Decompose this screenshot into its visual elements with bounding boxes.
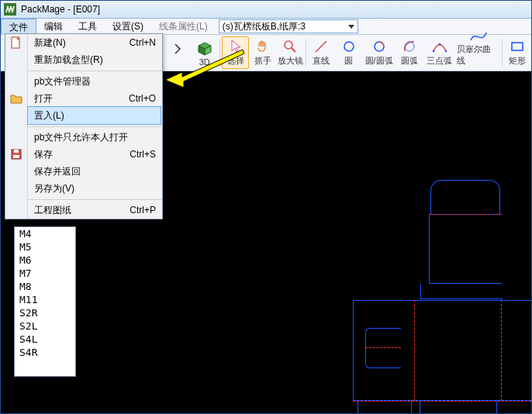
list-item[interactable]: M4 — [15, 227, 75, 240]
menu-pb-self-only[interactable]: pb文件只允许本人打开 — [28, 129, 162, 146]
bezier-icon — [469, 29, 488, 43]
svg-marker-18 — [165, 50, 244, 88]
menu-edit[interactable]: 编辑 — [36, 19, 71, 34]
dieline-crease — [429, 214, 502, 284]
tool-circle-arc[interactable]: 圆/圆弧 — [362, 36, 396, 69]
list-item[interactable]: M8 — [15, 280, 75, 293]
svg-point-12 — [444, 50, 447, 53]
menu-drawings[interactable]: 工程图纸 Ctrl+P — [28, 202, 162, 219]
dieline-part — [430, 180, 500, 214]
app-title: PackMage - [E007] — [21, 4, 100, 15]
tool-line[interactable]: 直线 — [308, 36, 335, 69]
list-item[interactable]: M7 — [15, 267, 75, 280]
list-item[interactable]: S4L — [15, 333, 75, 346]
dieline-crease — [365, 347, 401, 348]
dieline-part — [502, 300, 531, 401]
tool-rect[interactable]: 矩形 — [504, 36, 531, 69]
menu-save-return[interactable]: 保存并返回 — [28, 163, 162, 180]
tool-circle[interactable]: 圆 — [335, 36, 362, 69]
menu-save-as[interactable]: 另存为(V) — [28, 180, 162, 197]
menu-save[interactable]: 保存 Ctrl+S — [28, 146, 162, 163]
menu-new[interactable]: 新建(N) Ctrl+N — [28, 34, 162, 51]
menu-pb-manager[interactable]: pb文件管理器 — [28, 73, 162, 90]
svg-line-5 — [292, 48, 295, 52]
list-item[interactable]: M6 — [15, 254, 75, 267]
svg-rect-16 — [14, 150, 19, 153]
dieline-part — [420, 284, 503, 299]
save-icon — [5, 146, 27, 163]
svg-point-9 — [405, 42, 414, 51]
menu-reload-box[interactable]: 重新加载盒型(R) — [28, 51, 162, 68]
list-item[interactable]: S2L — [15, 319, 75, 333]
tool-arc[interactable]: 圆弧 — [396, 36, 423, 69]
list-item[interactable]: M11 — [15, 293, 75, 306]
svg-point-7 — [344, 42, 354, 51]
material-select[interactable]: (s)瓦楞纸板B,纸厚:3 — [219, 19, 358, 33]
menu-gutter — [5, 34, 28, 219]
svg-point-11 — [438, 43, 440, 46]
menu-line-props[interactable]: 线条属性(L) — [151, 19, 216, 34]
app-icon — [4, 3, 16, 16]
material-value: (s)瓦楞纸板B,纸厚:3 — [223, 20, 306, 33]
new-file-icon — [5, 34, 27, 51]
chevron-down-icon — [348, 25, 354, 29]
svg-rect-13 — [512, 43, 523, 50]
dieline-crease — [415, 300, 502, 401]
tool-hand[interactable]: 抓手 — [249, 36, 276, 69]
hand-icon — [256, 38, 270, 55]
tool-bezier[interactable]: 贝塞尔曲线 — [456, 36, 500, 69]
svg-point-10 — [432, 50, 434, 53]
app-window: PackMage - [E007] 文件 编辑 工具 设置(S) 线条属性(L)… — [0, 0, 532, 414]
menu-open[interactable]: 打开 Ctrl+O — [28, 90, 162, 107]
tool-three-pt-arc[interactable]: 三点弧 — [423, 36, 456, 69]
list-item[interactable]: M5 — [15, 240, 75, 254]
arc-icon — [402, 38, 416, 55]
annotation-arrow-icon — [165, 33, 250, 103]
svg-rect-17 — [13, 155, 19, 158]
magnifier-icon — [283, 38, 297, 55]
line-icon — [314, 38, 328, 55]
circle-arc-icon — [372, 38, 386, 55]
menubar: 文件 编辑 工具 设置(S) 线条属性(L) (s)瓦楞纸板B,纸厚:3 — [1, 19, 531, 35]
open-file-icon — [5, 90, 27, 107]
file-dropdown: 新建(N) Ctrl+N 重新加载盒型(R) pb文件管理器 打开 Ctrl+O… — [5, 33, 163, 219]
svg-point-4 — [285, 41, 292, 49]
menu-file[interactable]: 文件 — [1, 19, 36, 34]
separator — [306, 39, 306, 67]
circle-icon — [342, 38, 356, 55]
separator — [502, 39, 503, 67]
menu-settings[interactable]: 设置(S) — [105, 19, 151, 34]
svg-line-6 — [316, 41, 326, 52]
rectangle-icon — [510, 38, 524, 55]
three-point-arc-icon — [432, 38, 447, 55]
menu-tool[interactable]: 工具 — [71, 19, 105, 34]
dieline-part — [358, 401, 412, 413]
dieline-part — [365, 328, 401, 368]
side-variable-list[interactable]: M4 M5 M6 M7 M8 M11 S2R S2L S4L S4R — [14, 226, 76, 377]
list-item[interactable]: S4R — [15, 346, 75, 359]
list-item[interactable]: S2R — [15, 306, 75, 319]
tool-zoom[interactable]: 放大镜 — [277, 36, 304, 69]
menu-import[interactable]: 置入(L) — [27, 106, 161, 125]
titlebar: PackMage - [E007] — [1, 1, 531, 19]
dieline-part — [420, 401, 497, 413]
